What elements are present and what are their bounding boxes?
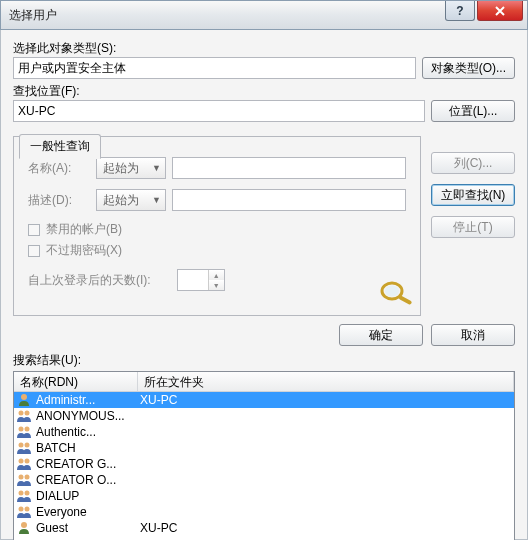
- object-type-label: 选择此对象类型(S):: [13, 40, 515, 57]
- row-name: CREATOR O...: [34, 473, 136, 487]
- row-folder: XU-PC: [136, 521, 177, 535]
- days-spinner[interactable]: ▲▼: [177, 269, 225, 291]
- ok-button[interactable]: 确定: [339, 324, 423, 346]
- table-row[interactable]: ANONYMOUS...: [14, 408, 514, 424]
- name-label: 名称(A):: [28, 160, 90, 177]
- magnifier-icon: [376, 277, 416, 307]
- row-name: Administr...: [34, 393, 136, 407]
- object-type-field: 用户或内置安全主体: [13, 57, 416, 79]
- svg-point-17: [25, 507, 30, 512]
- user-icon: [16, 489, 32, 503]
- row-name: CREATOR G...: [34, 457, 136, 471]
- close-icon: [494, 6, 506, 16]
- user-icon: [16, 521, 32, 535]
- object-types-button[interactable]: 对象类型(O)...: [422, 57, 515, 79]
- chevron-down-icon: ▼: [152, 195, 161, 205]
- location-label: 查找位置(F):: [13, 83, 515, 100]
- days-since-logon-label: 自上次登录后的天数(I):: [28, 272, 151, 289]
- table-row[interactable]: BATCH: [14, 440, 514, 456]
- svg-point-16: [19, 507, 24, 512]
- spinner-up-icon[interactable]: ▲: [209, 270, 224, 280]
- columns-button[interactable]: 列(C)...: [431, 152, 515, 174]
- svg-point-11: [25, 459, 30, 464]
- svg-point-15: [25, 491, 30, 496]
- user-icon: [16, 409, 32, 423]
- help-button[interactable]: ?: [445, 1, 475, 21]
- user-icon: [16, 441, 32, 455]
- spinner-down-icon[interactable]: ▼: [209, 280, 224, 290]
- column-header-name[interactable]: 名称(RDN): [14, 372, 138, 391]
- column-header-folder[interactable]: 所在文件夹: [138, 372, 514, 391]
- stop-button[interactable]: 停止(T): [431, 216, 515, 238]
- svg-point-6: [19, 427, 24, 432]
- name-op-select[interactable]: 起始为▼: [96, 157, 166, 179]
- nonexpiring-pwd-checkbox[interactable]: 不过期密码(X): [28, 242, 406, 259]
- table-row[interactable]: DIALUP: [14, 488, 514, 504]
- svg-point-7: [25, 427, 30, 432]
- row-name: BATCH: [34, 441, 136, 455]
- cancel-button[interactable]: 取消: [431, 324, 515, 346]
- table-row[interactable]: CREATOR O...: [14, 472, 514, 488]
- svg-point-10: [19, 459, 24, 464]
- disabled-accounts-checkbox[interactable]: 禁用的帐户(B): [28, 221, 406, 238]
- table-row[interactable]: Everyone: [14, 504, 514, 520]
- user-icon: [16, 393, 32, 407]
- user-icon: [16, 505, 32, 519]
- svg-point-4: [19, 411, 24, 416]
- row-name: Everyone: [34, 505, 136, 519]
- svg-point-5: [25, 411, 30, 416]
- locations-button[interactable]: 位置(L)...: [431, 100, 515, 122]
- svg-point-14: [19, 491, 24, 496]
- checkbox-icon: [28, 224, 40, 236]
- desc-op-select[interactable]: 起始为▼: [96, 189, 166, 211]
- table-row[interactable]: CREATOR G...: [14, 456, 514, 472]
- row-folder: XU-PC: [136, 393, 177, 407]
- user-icon: [16, 457, 32, 471]
- checkbox-icon: [28, 245, 40, 257]
- svg-point-9: [25, 443, 30, 448]
- find-now-button[interactable]: 立即查找(N): [431, 184, 515, 206]
- title-bar: 选择用户 ?: [0, 0, 528, 30]
- svg-point-13: [25, 475, 30, 480]
- window-title: 选择用户: [9, 7, 57, 24]
- row-name: ANONYMOUS...: [34, 409, 136, 423]
- table-row[interactable]: Authentic...: [14, 424, 514, 440]
- svg-point-1: [385, 286, 399, 297]
- desc-input[interactable]: [172, 189, 406, 211]
- results-grid: 名称(RDN) 所在文件夹 Administr...XU-PCANONYMOUS…: [13, 371, 515, 540]
- row-name: DIALUP: [34, 489, 136, 503]
- row-name: Authentic...: [34, 425, 136, 439]
- desc-label: 描述(D):: [28, 192, 90, 209]
- results-body[interactable]: Administr...XU-PCANONYMOUS...Authentic..…: [14, 392, 514, 540]
- user-icon: [16, 425, 32, 439]
- svg-point-12: [19, 475, 24, 480]
- user-icon: [16, 473, 32, 487]
- location-field: XU-PC: [13, 100, 425, 122]
- tab-common-queries[interactable]: 一般性查询: [19, 134, 101, 159]
- table-row[interactable]: Administr...XU-PC: [14, 392, 514, 408]
- results-label: 搜索结果(U):: [13, 352, 515, 369]
- chevron-down-icon: ▼: [152, 163, 161, 173]
- name-input[interactable]: [172, 157, 406, 179]
- close-button[interactable]: [477, 1, 523, 21]
- svg-point-18: [21, 522, 27, 528]
- table-row[interactable]: GuestXU-PC: [14, 520, 514, 536]
- svg-point-8: [19, 443, 24, 448]
- svg-point-3: [21, 394, 27, 400]
- svg-rect-2: [398, 295, 412, 305]
- tab-panel: 名称(A): 起始为▼ 描述(D): 起始为▼ 禁用的帐户(B) 不过期密码(X…: [13, 136, 421, 316]
- row-name: Guest: [34, 521, 136, 535]
